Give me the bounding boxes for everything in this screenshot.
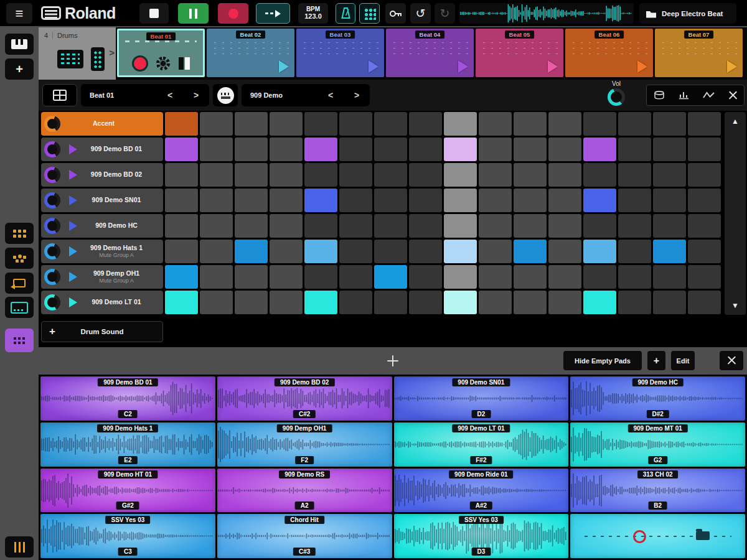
- step-cell-r8-c11[interactable]: [514, 291, 547, 314]
- keys-view-button[interactable]: [5, 34, 34, 55]
- step-cell-r6-c10[interactable]: [479, 240, 512, 263]
- clip-beat-4[interactable]: Beat 04: [386, 29, 474, 77]
- step-cell-r1-c11[interactable]: [514, 112, 547, 136]
- clip-beat-2[interactable]: Beat 02: [207, 29, 294, 77]
- step-cell-r1-c12[interactable]: [548, 112, 581, 136]
- step-cell-r4-c13[interactable]: [583, 189, 616, 212]
- step-cell-r2-c7[interactable]: [374, 138, 407, 161]
- step-cell-r2-c12[interactable]: [548, 138, 581, 161]
- row-play-button[interactable]: [69, 297, 77, 307]
- clip-beat-3[interactable]: Beat 03: [296, 29, 384, 77]
- expand-chevron-icon[interactable]: >: [109, 47, 115, 58]
- step-cell-r4-c7[interactable]: [374, 189, 407, 212]
- step-cell-r8-c15[interactable]: [653, 291, 686, 314]
- step-cell-r7-c3[interactable]: [235, 265, 268, 289]
- step-cell-r8-c2[interactable]: [200, 291, 233, 314]
- move-handle-icon[interactable]: [387, 355, 398, 366]
- scroll-down-button[interactable]: ▼: [725, 301, 746, 310]
- step-cell-r6-c2[interactable]: [200, 240, 233, 263]
- step-cell-r7-c14[interactable]: [618, 265, 651, 289]
- step-cell-r3-c7[interactable]: [374, 163, 407, 187]
- clip-play-button[interactable]: [279, 60, 289, 73]
- step-cell-r5-c11[interactable]: [514, 214, 547, 238]
- pattern-next-button[interactable]: >: [183, 90, 209, 100]
- step-cell-r2-c5[interactable]: [304, 138, 337, 161]
- close-editor-button[interactable]: [728, 91, 738, 100]
- step-cell-r2-c1[interactable]: [165, 138, 198, 161]
- step-cell-r7-c16[interactable]: [688, 265, 721, 289]
- step-cell-r4-c1[interactable]: [165, 189, 198, 212]
- volume-knob[interactable]: [608, 88, 625, 106]
- drum-pad-7[interactable]: 909 Demo LT 01F#2: [394, 422, 569, 467]
- row-knob[interactable]: [44, 116, 60, 132]
- step-cell-r3-c5[interactable]: [304, 163, 337, 187]
- record-circle-icon[interactable]: [633, 530, 646, 543]
- stop-button[interactable]: [139, 3, 169, 24]
- step-cell-r8-c13[interactable]: [583, 291, 616, 314]
- step-cell-r8-c7[interactable]: [374, 291, 407, 314]
- step-cell-r1-c14[interactable]: [618, 112, 651, 136]
- step-cell-r6-c11[interactable]: [514, 240, 547, 263]
- step-cell-r5-c6[interactable]: [339, 214, 372, 238]
- edit-pads-button[interactable]: Edit: [671, 351, 695, 370]
- kit-selector[interactable]: 909 Demo < >: [242, 84, 370, 106]
- clip-record-button[interactable]: [132, 55, 148, 72]
- step-cell-r1-c1[interactable]: [165, 112, 198, 136]
- step-cell-r5-c14[interactable]: [618, 214, 651, 238]
- step-cell-r6-c13[interactable]: [583, 240, 616, 263]
- mini-pads-button[interactable]: [5, 223, 34, 244]
- row-play-button[interactable]: [69, 170, 77, 180]
- step-cell-r4-c4[interactable]: [270, 189, 303, 212]
- step-cell-r5-c13[interactable]: [583, 214, 616, 238]
- step-cell-r3-c13[interactable]: [583, 163, 616, 187]
- mixer-button[interactable]: [5, 536, 34, 558]
- drum-view-button[interactable]: [653, 90, 665, 101]
- step-cell-r7-c6[interactable]: [339, 265, 372, 289]
- step-cell-r4-c12[interactable]: [548, 189, 581, 212]
- kit-icon-button[interactable]: [213, 84, 238, 106]
- step-cell-r3-c3[interactable]: [235, 163, 268, 187]
- step-cell-r5-c1[interactable]: [165, 214, 198, 238]
- track-header[interactable]: 4 Drums >: [39, 27, 116, 80]
- step-cell-r3-c15[interactable]: [653, 163, 686, 187]
- step-cell-r3-c9[interactable]: [444, 163, 477, 187]
- step-cell-r6-c12[interactable]: [548, 240, 581, 263]
- pattern-prev-button[interactable]: <: [157, 90, 183, 100]
- redo-button[interactable]: ↻: [435, 3, 455, 24]
- drum-pad-13[interactable]: SSV Yes 03C3: [40, 514, 215, 558]
- row-knob[interactable]: [44, 218, 60, 234]
- record-button[interactable]: [218, 3, 248, 24]
- step-cell-r2-c9[interactable]: [444, 138, 477, 161]
- step-cell-r3-c14[interactable]: [618, 163, 651, 187]
- step-cell-r1-c7[interactable]: [374, 112, 407, 136]
- step-cell-r3-c11[interactable]: [514, 163, 547, 187]
- drum-pad-12[interactable]: 313 CH 02B2: [570, 469, 745, 513]
- step-cell-r7-c1[interactable]: [165, 265, 198, 289]
- step-cell-r3-c6[interactable]: [339, 163, 372, 187]
- step-cell-r6-c8[interactable]: [409, 240, 442, 263]
- drum-pad-9[interactable]: 909 Demo HT 01G#2: [40, 469, 215, 513]
- step-cell-r2-c15[interactable]: [653, 138, 686, 161]
- step-cell-r1-c9[interactable]: [444, 112, 477, 136]
- step-cell-r5-c12[interactable]: [548, 214, 581, 238]
- drum-pad-10[interactable]: 909 Demo RSA2: [217, 469, 392, 513]
- step-cell-r6-c3[interactable]: [235, 240, 268, 263]
- clip-beat-5[interactable]: Beat 05: [476, 29, 563, 77]
- row-play-button[interactable]: [69, 221, 77, 231]
- clip-play-button[interactable]: [369, 60, 378, 73]
- step-cell-r6-c15[interactable]: [653, 240, 686, 263]
- close-pads-button[interactable]: [720, 351, 743, 370]
- drum-machine-button[interactable]: [5, 297, 34, 318]
- step-cell-r1-c3[interactable]: [235, 112, 268, 136]
- drum-pad-5[interactable]: 909 Demo Hats 1E2: [40, 422, 215, 467]
- step-cell-r3-c10[interactable]: [479, 163, 512, 187]
- step-cell-r2-c10[interactable]: [479, 138, 512, 161]
- row-knob[interactable]: [44, 141, 60, 157]
- step-cell-r7-c2[interactable]: [200, 265, 233, 289]
- key-scale-button[interactable]: [385, 3, 406, 24]
- step-cell-r4-c16[interactable]: [688, 189, 721, 212]
- row-header-3[interactable]: 909 Demo BD 02: [41, 163, 163, 187]
- row-knob[interactable]: [44, 167, 60, 183]
- step-cell-r8-c9[interactable]: [444, 291, 477, 314]
- step-cell-r2-c6[interactable]: [339, 138, 372, 161]
